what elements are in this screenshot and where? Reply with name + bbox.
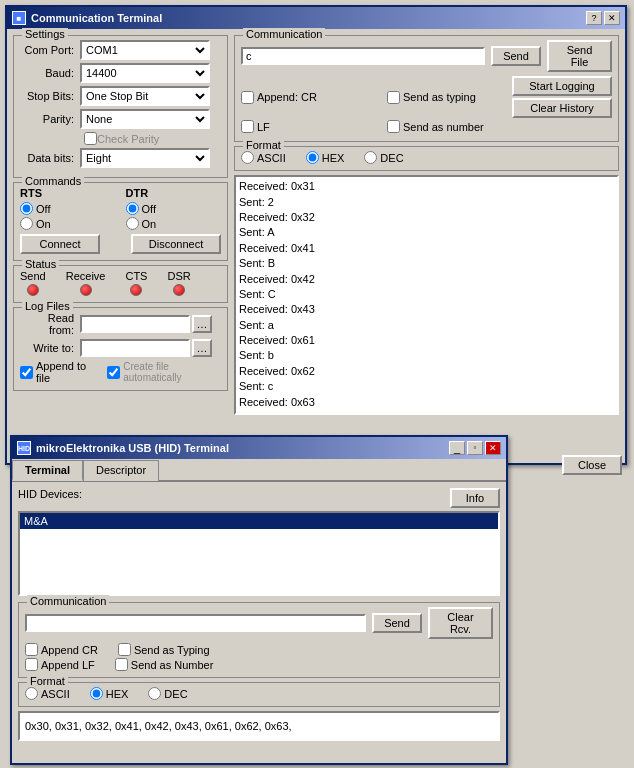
send-file-button[interactable]: Send File [547,40,612,72]
cts-led [130,284,142,296]
comm-terminal-title-label: Communication Terminal [31,12,162,24]
help-button[interactable]: ? [586,11,602,25]
receive-led [80,284,92,296]
hid-send-as-number-checkbox[interactable] [115,658,128,671]
hid-ascii-radio[interactable] [25,687,38,700]
hid-minimize-button[interactable]: _ [449,441,465,455]
send-led [27,284,39,296]
check-parity-checkbox[interactable] [84,132,97,145]
log-line: Sent: 2 [239,195,614,210]
hid-append-cr-label: Append CR [41,644,98,656]
send-as-typing-checkbox[interactable] [387,91,400,104]
log-line: Sent: C [239,287,614,302]
dtr-label: DTR [126,187,222,199]
send-button[interactable]: Send [491,46,541,66]
hid-append-cr-checkbox[interactable] [25,643,38,656]
comm-terminal-title-text: ■ Communication Terminal [12,11,162,25]
hid-format-group: Format ASCII HEX DEC [18,682,500,707]
hid-device-item[interactable]: M&A [20,513,498,529]
create-file-checkbox[interactable] [107,366,120,379]
hid-format-label: Format [27,675,68,687]
hid-hex-label: HEX [106,688,129,700]
baud-select[interactable]: 14400 [80,63,210,83]
send-as-number-checkbox[interactable] [387,120,400,133]
read-from-input[interactable] [80,315,190,333]
format-group: Format ASCII HEX DEC [234,146,619,171]
tab-descriptor[interactable]: Descriptor [83,460,159,481]
write-to-browse-button[interactable]: … [192,339,212,357]
append-cr-checkbox[interactable] [241,91,254,104]
close-btn-area: Close [562,455,622,475]
clear-history-button[interactable]: Clear History [512,98,612,118]
clear-rcv-button[interactable]: Clear Rcv. [428,607,493,639]
hid-comm-input[interactable] [25,614,366,632]
settings-group: Settings Com Port: COM1 Baud: 14400 [13,35,228,178]
append-lf-checkbox[interactable] [241,120,254,133]
disconnect-button[interactable]: Disconnect [131,234,221,254]
comm-input[interactable] [241,47,485,65]
info-button[interactable]: Info [450,488,500,508]
hid-dec-radio[interactable] [148,687,161,700]
comm-terminal-window: ■ Communication Terminal ? ✕ Settings Co… [5,5,627,465]
send-as-number-label: Send as number [403,121,484,133]
hid-send-as-typing-checkbox[interactable] [118,643,131,656]
dtr-off-radio[interactable] [126,202,139,215]
dtr-on-radio[interactable] [126,217,139,230]
log-line: Received: 0x32 [239,210,614,225]
write-to-input[interactable] [80,339,190,357]
write-to-label: Write to: [20,342,80,354]
com-port-select[interactable]: COM1 [80,40,210,60]
rts-on-radio[interactable] [20,217,33,230]
hid-append-lf-checkbox[interactable] [25,658,38,671]
log-files-label: Log Files [22,300,73,312]
ascii-radio[interactable] [241,151,254,164]
close-button[interactable]: Close [562,455,622,475]
append-to-file-checkbox[interactable] [20,366,33,379]
hid-dec-label: DEC [164,688,187,700]
dec-label: DEC [380,152,403,164]
hid-send-button[interactable]: Send [372,613,422,633]
create-file-label: Create file automatically [123,361,221,383]
hid-close-button[interactable]: ✕ [485,441,501,455]
append-label: Append: [257,91,298,103]
hid-hex-radio[interactable] [90,687,103,700]
stop-bits-select[interactable]: One Stop Bit [80,86,210,106]
dsr-status-label: DSR [167,270,190,282]
append-cr-label: CR [301,91,317,103]
parity-select[interactable]: None [80,109,210,129]
send-status-label: Send [20,270,46,282]
status-group: Status Send Receive CTS [13,265,228,303]
hid-ascii-label: ASCII [41,688,70,700]
commands-label: Commands [22,175,84,187]
hid-terminal-title-text: HID mikroElektronika USB (HID) Terminal [17,441,229,455]
append-lf-label: LF [257,121,270,133]
settings-label: Settings [22,28,68,40]
baud-label: Baud: [20,67,80,79]
check-parity-label: Check Parity [97,133,159,145]
connect-button[interactable]: Connect [20,234,100,254]
tab-terminal[interactable]: Terminal [12,460,83,481]
log-line: Sent: B [239,256,614,271]
rts-off-radio[interactable] [20,202,33,215]
close-window-button[interactable]: ✕ [604,11,620,25]
hid-terminal-title-bar: HID mikroElektronika USB (HID) Terminal … [12,437,506,459]
communication-label: Communication [243,28,325,40]
hid-devices-list[interactable]: M&A [18,511,500,596]
read-from-browse-button[interactable]: … [192,315,212,333]
hid-restore-button[interactable]: ▫ [467,441,483,455]
hid-terminal-icon: HID [17,441,31,455]
rts-on-label: On [36,218,51,230]
hid-output-text: 0x30, 0x31, 0x32, 0x41, 0x42, 0x43, 0x61… [25,720,292,732]
data-bits-select[interactable]: Eight [80,148,210,168]
stop-bits-label: Stop Bits: [20,90,80,102]
data-bits-label: Data bits: [20,152,80,164]
hid-append-lf-label: Append LF [41,659,95,671]
parity-label: Parity: [20,113,80,125]
log-line: Received: 0x41 [239,241,614,256]
read-from-label: Read from: [20,312,80,336]
start-logging-button[interactable]: Start Logging [512,76,612,96]
hex-radio[interactable] [306,151,319,164]
dec-radio[interactable] [364,151,377,164]
log-line: Received: 0x63 [239,395,614,410]
hex-label: HEX [322,152,345,164]
